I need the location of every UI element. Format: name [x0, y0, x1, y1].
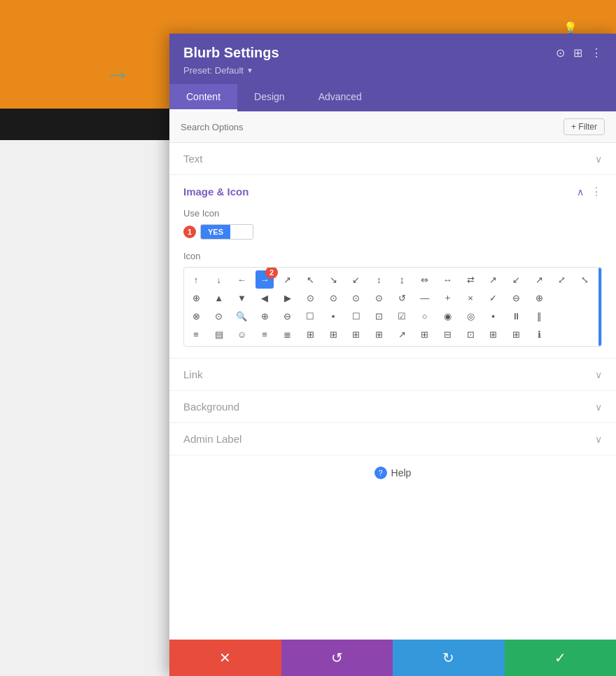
icon-smiley[interactable]: ☺ [232, 325, 251, 343]
icon-arrow-left[interactable]: ← [232, 270, 251, 289]
icon-tri-right[interactable]: ▶ [279, 289, 297, 307]
icon-square-fill[interactable]: ▪ [324, 307, 342, 325]
icon-upload[interactable]: ⊙ [301, 289, 319, 307]
icon-placeholder6[interactable] [575, 325, 594, 343]
icon-expand1[interactable]: ↗ [530, 270, 548, 289]
tab-advanced[interactable]: Advanced [302, 84, 379, 111]
icon-box3[interactable]: ⊡ [461, 325, 479, 343]
icon-pause2[interactable]: ‖ [530, 307, 548, 325]
icon-expand2[interactable]: ⤢ [553, 270, 571, 289]
icon-plus[interactable]: ＋ [438, 289, 456, 307]
icon-search3[interactable]: ⊖ [279, 307, 297, 325]
toggle-yes[interactable]: YES [201, 225, 230, 239]
save-button[interactable]: ✓ [505, 640, 617, 676]
icon-times[interactable]: × [461, 289, 479, 307]
icon-circle-plus[interactable]: ⊕ [530, 289, 548, 307]
use-icon-toggle[interactable]: YES [200, 224, 253, 240]
icon-label: Icon [183, 251, 602, 261]
icon-box5[interactable]: ⊞ [507, 325, 525, 343]
icon-list2[interactable]: ▤ [210, 325, 228, 343]
lightbulb-icon: 💡 [564, 21, 578, 34]
icon-arrow-ud[interactable]: ↕ [370, 270, 388, 289]
icon-arrow-udl[interactable]: ↨ [393, 270, 411, 289]
icon-tri-up[interactable]: ▲ [210, 289, 228, 307]
icon-expand3[interactable]: ⤡ [575, 270, 594, 289]
icon-bars[interactable]: ⊞ [324, 325, 342, 343]
icon-circle-empty[interactable]: ○ [416, 307, 434, 325]
icon-arrow-up[interactable]: ↑ [187, 270, 205, 289]
icon-download[interactable]: ⊙ [324, 289, 342, 307]
preset-chevron-icon: ▼ [246, 67, 253, 74]
icon-checkbox[interactable]: ☑ [393, 307, 411, 325]
section-admin-label[interactable]: Admin Label ∨ [169, 423, 616, 455]
icon-list3[interactable]: ≡ [255, 325, 274, 343]
panel-title-row: Blurb Settings ⊙ ⊞ ⋮ [183, 45, 602, 61]
icon-doc1[interactable]: ⊞ [347, 325, 365, 343]
icon-search2[interactable]: ⊕ [255, 307, 274, 325]
focus-icon[interactable]: ⊙ [556, 46, 565, 60]
icon-check[interactable]: ✓ [484, 289, 503, 307]
icon-circle-play2[interactable]: ⊙ [370, 289, 388, 307]
icon-link1[interactable]: ↗ [393, 325, 411, 343]
icon-box2[interactable]: ⊟ [438, 325, 456, 343]
icon-placeholder5[interactable] [553, 325, 571, 343]
icon-pause[interactable]: ⏸ [507, 307, 525, 325]
icon-search1[interactable]: 🔍 [232, 307, 251, 325]
section-background[interactable]: Background ∨ [169, 391, 616, 423]
icon-circle-dot[interactable]: ◉ [438, 307, 456, 325]
redo-button[interactable]: ↻ [393, 640, 505, 676]
icon-placeholder4[interactable] [575, 307, 594, 325]
icon-arrow-lr2[interactable]: ⇔ [416, 270, 434, 289]
panel-preset[interactable]: Preset: Default ▼ [183, 65, 602, 76]
icon-tri-left[interactable]: ◀ [255, 289, 274, 307]
icon-square-half[interactable]: ☐ [347, 307, 365, 325]
section-link[interactable]: Link ∨ [169, 359, 616, 391]
toggle-no[interactable] [230, 225, 253, 239]
icon-circle-check[interactable]: ⊙ [210, 307, 228, 325]
icon-minus[interactable]: — [416, 289, 434, 307]
icon-placeholder3[interactable] [553, 307, 571, 325]
icon-arrow-sw[interactable]: ↙ [347, 270, 365, 289]
filter-button[interactable]: + Filter [564, 118, 605, 135]
icon-arrow-se[interactable]: ↘ [324, 270, 342, 289]
icon-arrow-ne[interactable]: ↗ [279, 270, 297, 289]
icon-list4[interactable]: ≣ [279, 325, 297, 343]
icon-box1[interactable]: ⊞ [416, 325, 434, 343]
icon-square-sm[interactable]: ▪ [484, 307, 503, 325]
icon-undo[interactable]: ↺ [393, 289, 411, 307]
help-text[interactable]: Help [391, 467, 412, 478]
icon-circle-minus[interactable]: ⊖ [507, 289, 525, 307]
icon-arrow-diag1[interactable]: ↗ [484, 270, 503, 289]
image-icon-chevron-up-icon[interactable]: ∧ [577, 186, 584, 198]
icon-placeholder1[interactable] [553, 289, 571, 307]
search-input[interactable] [181, 122, 564, 132]
icon-arrow-lr[interactable]: ↔ [438, 270, 456, 289]
icon-box4[interactable]: ⊞ [484, 325, 503, 343]
icon-arrow-diag2[interactable]: ↙ [507, 270, 525, 289]
tab-design[interactable]: Design [237, 84, 302, 111]
cancel-button[interactable]: ✕ [169, 640, 281, 676]
icon-circle-play[interactable]: ⊙ [347, 289, 365, 307]
icon-tri-down[interactable]: ▼ [232, 289, 251, 307]
icon-arrow-down[interactable]: ↓ [210, 270, 228, 289]
undo-button[interactable]: ↺ [281, 640, 393, 676]
icon-circle-dot2[interactable]: ◎ [461, 307, 479, 325]
icon-arrow-right[interactable]: → 2 [255, 270, 274, 289]
more-options-icon[interactable]: ⋮ [591, 46, 602, 60]
icon-info[interactable]: ℹ [530, 325, 548, 343]
layout-icon[interactable]: ⊞ [573, 46, 582, 60]
icon-arrow-nw[interactable]: ↖ [301, 270, 319, 289]
icon-circle-x[interactable]: ⊗ [187, 307, 205, 325]
icon-move[interactable]: ⊕ [187, 289, 205, 307]
icon-placeholder2[interactable] [575, 289, 594, 307]
icon-sliders[interactable]: ⊞ [301, 325, 319, 343]
image-icon-menu-icon[interactable]: ⋮ [591, 185, 602, 198]
icon-square[interactable]: ☐ [301, 307, 319, 325]
icon-list1[interactable]: ≡ [187, 325, 205, 343]
section-text[interactable]: Text ∨ [169, 143, 616, 175]
icon-arrow-rl[interactable]: ⇄ [461, 270, 479, 289]
tab-content[interactable]: Content [169, 84, 237, 111]
help-icon: ? [374, 467, 387, 479]
icon-square-dot[interactable]: ⊡ [370, 307, 388, 325]
icon-doc2[interactable]: ⊞ [370, 325, 388, 343]
